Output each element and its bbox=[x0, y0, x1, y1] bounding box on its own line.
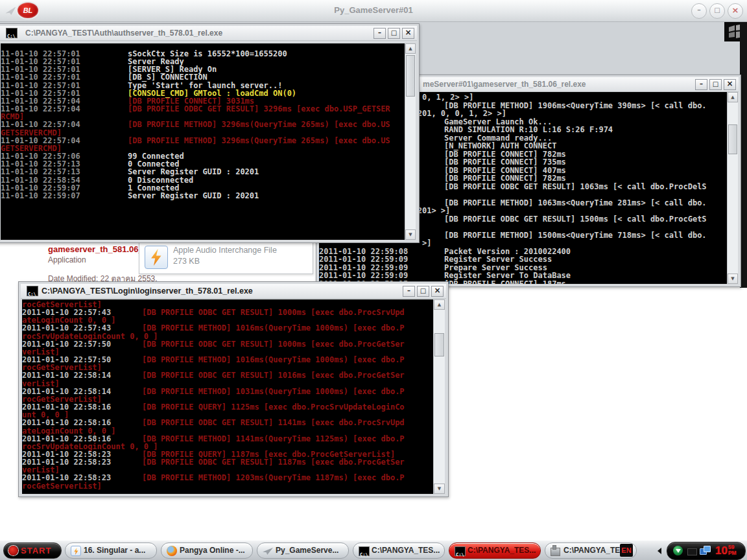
taskbar-button-label: Pangya Online -... bbox=[180, 546, 245, 555]
console-line: 11-01-10 22:57:13Server Register GUID : … bbox=[1, 168, 405, 176]
log-message: [DB PROFILE METHOD] 3296ms(QueryTime 265… bbox=[128, 120, 390, 129]
cmd-icon bbox=[359, 546, 370, 556]
log-message: [DB PROFILE METHOD] 1203ms(QueryTime 118… bbox=[142, 473, 405, 482]
scroll-up-button[interactable] bbox=[728, 92, 738, 102]
log-message: [DB PROFILE ODBC GET RESULT] 1016ms [exe… bbox=[142, 371, 405, 380]
loginserver-scrollbar[interactable] bbox=[433, 299, 445, 494]
clock-ampm: PM bbox=[728, 550, 737, 556]
maximize-button[interactable] bbox=[417, 286, 429, 297]
firefox-icon bbox=[167, 546, 177, 556]
scrollbar-thumb[interactable] bbox=[728, 124, 737, 154]
log-message: [DB PROFILE METHOD] 1031ms(QueryTime 100… bbox=[142, 387, 405, 396]
log-timestamp: 11-01-10 22:59:07 bbox=[1, 192, 128, 200]
app-close-button[interactable] bbox=[728, 3, 743, 19]
gameserver-scrollbar[interactable] bbox=[727, 92, 738, 284]
clock-hour: 10 bbox=[715, 544, 728, 557]
log-timestamp: 11-01-10 22:57:13 bbox=[1, 168, 128, 176]
authserver-scrollbar[interactable] bbox=[405, 43, 416, 240]
taskbar: START 16. Singular - a...Pangya Online -… bbox=[0, 539, 747, 560]
winamp-icon bbox=[145, 246, 168, 269]
log-message: rocGetServerList] bbox=[22, 482, 102, 491]
file-type: Application bbox=[48, 255, 145, 264]
taskbar-button-label: 16. Singular - a... bbox=[84, 546, 145, 555]
scroll-down-button[interactable] bbox=[728, 274, 738, 284]
log-message: [DB PROFILE ODBC GET RESULT] 1141ms [exe… bbox=[142, 418, 405, 427]
minimize-button[interactable] bbox=[695, 79, 707, 90]
app-title: Py_GameServer#01 bbox=[0, 5, 747, 15]
scroll-up-button[interactable] bbox=[405, 43, 416, 54]
taskbar-button[interactable]: 16. Singular - a... bbox=[65, 542, 157, 559]
log-message: [DB PROFILE CONNECT] 187ms bbox=[444, 279, 566, 285]
loginserver-titlebar[interactable]: C:\PANGYA_TEST\Login\loginserver_th_578.… bbox=[21, 284, 446, 299]
tooltip-file-size: 273 KB bbox=[173, 257, 200, 266]
log-message: Server Register GUID : 20201 bbox=[128, 191, 259, 200]
minimize-button[interactable] bbox=[374, 28, 386, 39]
log-message: [DB PROFILE QUERY] 1125ms [exec dbo.Proc… bbox=[142, 402, 405, 412]
console-line: 2011-01-10 22:57:50[DB PROFILE ODBC GET … bbox=[22, 340, 434, 348]
log-message: [DB PROFILE METHOD] 1141ms(QueryTime 112… bbox=[142, 434, 405, 443]
language-indicator[interactable]: EN bbox=[620, 544, 633, 557]
gameserver-window-title: meServer#01\gameserver_th_581.06_rel.exe bbox=[423, 80, 586, 89]
cmd-icon bbox=[27, 286, 38, 296]
console-line: 2011-01-10 22:58:23[DB PROFILE ODBC GET … bbox=[22, 458, 434, 466]
start-label: START bbox=[21, 546, 51, 555]
log-timestamp: 11-01-10 22:59:07 bbox=[1, 184, 128, 192]
authserver-window-title: C:\PANGYA_TEST\Auth\authserver_th_578.01… bbox=[25, 29, 222, 38]
taskbar-button-label: Py_GameServe... bbox=[276, 546, 338, 555]
log-message: [DB PROFILE ODBC GET RESULT] 1000ms [exe… bbox=[142, 308, 405, 317]
console-line: 11-01-10 22:59:07Server Register GUID : … bbox=[1, 192, 405, 200]
log-timestamp: 2011-01-10 22:59:09 bbox=[319, 255, 444, 264]
log-message: [DB PROFILE METHOD] 1500ms<QueryTime 718… bbox=[444, 231, 707, 240]
close-button[interactable] bbox=[724, 79, 736, 90]
minimize-button[interactable] bbox=[403, 286, 415, 297]
file-name: gameserver_th_581.06_rel.exe bbox=[48, 244, 145, 254]
network-monitors-tray-icon[interactable] bbox=[700, 546, 710, 555]
authserver-console-output[interactable]: 11-01-10 22:57:01sSockCtx Size is 16552*… bbox=[1, 43, 405, 240]
maximize-button[interactable] bbox=[388, 28, 400, 39]
close-button[interactable] bbox=[402, 28, 414, 39]
scroll-down-button[interactable] bbox=[405, 229, 416, 240]
log-message: [DB PROFILE METHOD] 3296ms(QueryTime 265… bbox=[128, 136, 390, 145]
tooltip-file-type: Apple Audio Interchange File bbox=[173, 246, 277, 255]
start-logo-icon bbox=[8, 546, 18, 555]
scrollbar-thumb[interactable] bbox=[434, 333, 444, 356]
system-tray: 1059PM bbox=[667, 542, 746, 560]
tray-expand-arrow-icon[interactable] bbox=[658, 548, 661, 554]
taskbar-button[interactable]: Pangya Online -... bbox=[161, 542, 253, 559]
cmd-icon bbox=[455, 546, 466, 556]
maximize-button[interactable] bbox=[709, 79, 722, 90]
taskbar-button[interactable]: C:\PANGYA_TES... bbox=[449, 542, 541, 559]
cmd-icon bbox=[6, 28, 18, 38]
log-message: [DB PROFILE METHOD] 1063ms<QueryTime 281… bbox=[444, 198, 707, 207]
app-minimize-button[interactable] bbox=[691, 3, 707, 19]
log-timestamp: 11-01-10 22:57:01 bbox=[1, 82, 128, 89]
console-line: 2011-01-10 22:58:14[DB PROFILE ODBC GET … bbox=[22, 371, 434, 379]
log-timestamp: 11-01-10 22:58:54 bbox=[1, 176, 128, 184]
tray-badge-icon[interactable] bbox=[687, 548, 697, 555]
loginserver-console-output[interactable]: rocGetServerList]2011-01-10 22:57:43[DB … bbox=[22, 299, 434, 494]
authserver-console-window: C:\PANGYA_TEST\Auth\authserver_th_578.01… bbox=[0, 23, 420, 243]
close-button[interactable] bbox=[431, 286, 444, 297]
tool-icon bbox=[551, 548, 560, 556]
download-manager-tray-icon[interactable] bbox=[673, 546, 683, 555]
log-message: [DB PROFILE METHOD] 1016ms(QueryTime 100… bbox=[142, 323, 405, 332]
taskbar-button-label: C:\PANGYA_TES... bbox=[372, 546, 440, 555]
app-maximize-button[interactable] bbox=[709, 3, 725, 19]
log-message: [DB PROFILE ODBC GET RESULT] 1500ms [< c… bbox=[444, 215, 707, 224]
desktop-screen: BL Py_GameServer#01 gameserver_th_581.06… bbox=[0, 0, 747, 560]
taskbar-button[interactable]: C:\PANGYA_TES... bbox=[353, 542, 445, 559]
taskbar-button[interactable]: Py_GameServe... bbox=[257, 542, 349, 559]
taskbar-clock[interactable]: 1059PM bbox=[715, 544, 737, 557]
start-button[interactable]: START bbox=[3, 542, 62, 559]
scroll-up-button[interactable] bbox=[434, 299, 445, 310]
file-details-panel: gameserver_th_581.06_rel.exe Application… bbox=[48, 244, 145, 285]
scroll-down-button[interactable] bbox=[434, 484, 445, 494]
console-line: rocGetServerList] bbox=[22, 482, 434, 490]
app-titlebar[interactable]: BL Py_GameServer#01 bbox=[0, 0, 747, 22]
loginserver-console-window: C:\PANGYA_TEST\Login\loginserver_th_578.… bbox=[18, 281, 449, 497]
log-timestamp: 2011-01-10 22:59:09 bbox=[319, 272, 444, 280]
scrollbar-thumb[interactable] bbox=[406, 55, 415, 97]
authserver-titlebar[interactable]: C:\PANGYA_TEST\Auth\authserver_th_578.01… bbox=[0, 26, 417, 41]
log-message: [DB PROFILE ODBC GET RESULT] 1000ms [exe… bbox=[142, 340, 405, 349]
console-line: 2011-01-10 22:58:16[DB PROFILE QUERY] 11… bbox=[22, 403, 434, 411]
